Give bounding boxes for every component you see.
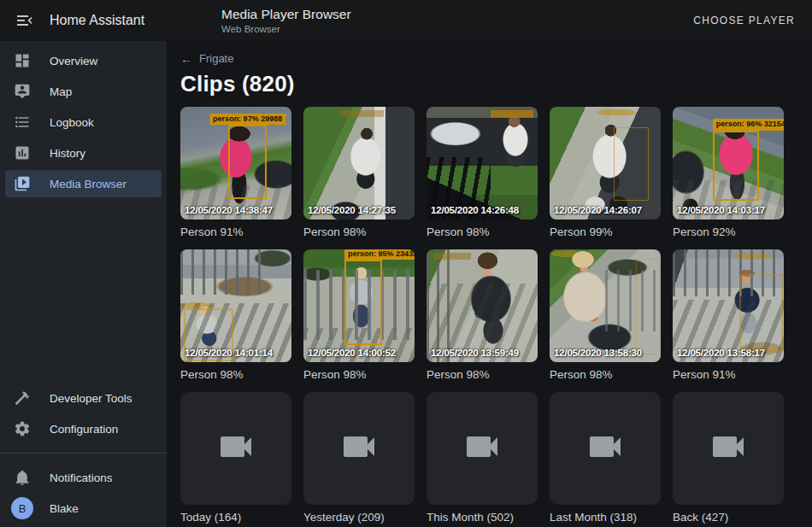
detection-box: person: 95% 23432 bbox=[344, 260, 382, 345]
sidebar-item-label: Overview bbox=[50, 55, 97, 67]
user-name: Blake bbox=[50, 502, 79, 515]
detection-label: person: 95% 23432 bbox=[344, 249, 415, 260]
video-icon bbox=[585, 426, 626, 471]
clip-caption: Person 98% bbox=[303, 367, 415, 382]
hammer-icon bbox=[14, 389, 31, 407]
video-icon bbox=[338, 426, 380, 471]
folder-thumbnail bbox=[673, 392, 784, 505]
sidebar-item-label: Media Browser bbox=[50, 178, 127, 190]
detection-label: person: 96% 32154 bbox=[713, 119, 784, 130]
app-title: Home Assistant bbox=[50, 13, 144, 28]
page-title: Media Player Browser bbox=[221, 6, 351, 22]
clip-timestamp: 12/05/2020 14:26:48 bbox=[431, 205, 519, 215]
folder-card-yesterday[interactable]: Yesterday (209) bbox=[303, 392, 415, 524]
back-arrow-icon: ← bbox=[180, 53, 192, 65]
sidebar-item-label: Configuration bbox=[50, 423, 118, 436]
back-label: Frigate bbox=[199, 52, 233, 65]
sidebar-item-label: History bbox=[50, 147, 85, 160]
clip-card[interactable]: 12/05/2020 13:59:49 Person 98% bbox=[427, 249, 538, 382]
thumb-decor bbox=[605, 270, 661, 332]
clip-card[interactable]: 12/05/2020 14:27:35 Person 98% bbox=[303, 107, 415, 239]
clip-thumbnail: person: 97% 29988 12/05/2020 14:38:47 bbox=[180, 107, 291, 220]
sidebar-item-media-browser[interactable]: Media Browser bbox=[5, 170, 162, 197]
sidebar-item-overview[interactable]: Overview bbox=[5, 47, 162, 74]
choose-player-button[interactable]: CHOOSE PLAYER bbox=[688, 0, 800, 41]
thumb-decor bbox=[180, 249, 261, 295]
clip-caption: Person 92% bbox=[673, 225, 784, 239]
clip-card[interactable]: person: 95% 23432 12/05/2020 14:00:52 Pe… bbox=[303, 249, 415, 382]
sidebar-item-developer-tools[interactable]: Developer Tools bbox=[5, 384, 162, 412]
thumb-decor bbox=[673, 249, 784, 296]
clip-card[interactable]: 12/05/2020 14:26:07 Person 99% bbox=[550, 107, 661, 239]
clip-timestamp: 12/05/2020 14:01:14 bbox=[185, 348, 273, 358]
folder-card-today[interactable]: Today (164) bbox=[180, 392, 291, 524]
detection-box: person: 97% 29988 bbox=[228, 125, 268, 199]
clip-caption: Person 98% bbox=[427, 367, 538, 382]
clip-timestamp: 12/05/2020 13:58:17 bbox=[677, 348, 765, 358]
media-player-header: Media Player Browser Web Browser bbox=[221, 6, 351, 36]
video-icon bbox=[215, 426, 256, 471]
folder-thumbnail bbox=[550, 392, 661, 505]
clip-caption: Person 99% bbox=[550, 225, 661, 239]
clip-caption: Person 91% bbox=[673, 367, 784, 382]
clip-thumbnail: 12/05/2020 14:01:14 bbox=[180, 249, 291, 362]
page-heading: Clips (820) bbox=[180, 71, 798, 97]
clip-caption: Person 98% bbox=[303, 225, 415, 239]
clip-thumbnail: 12/05/2020 13:58:30 bbox=[550, 249, 661, 362]
view-dashboard-icon bbox=[14, 52, 31, 69]
sidebar-item-configuration[interactable]: Configuration bbox=[5, 415, 162, 442]
clip-timestamp: 12/05/2020 14:03:17 bbox=[677, 205, 765, 215]
clip-timestamp: 12/05/2020 14:27:35 bbox=[308, 205, 396, 215]
folder-card-this-month[interactable]: This Month (502) bbox=[427, 392, 538, 524]
folder-thumbnail bbox=[303, 392, 415, 505]
folder-thumbnail bbox=[180, 392, 291, 505]
clip-thumbnail: 12/05/2020 13:58:17 bbox=[673, 249, 784, 362]
sidebar-item-notifications[interactable]: Notifications bbox=[5, 464, 162, 491]
folder-caption: Today (164) bbox=[180, 510, 291, 524]
sidebar-item-map[interactable]: Map bbox=[5, 78, 162, 105]
folder-card-back[interactable]: Back (427) bbox=[673, 392, 784, 524]
clip-thumbnail: 12/05/2020 14:26:07 bbox=[550, 107, 661, 220]
list-bulleted-icon bbox=[14, 114, 31, 131]
clip-timestamp: 12/05/2020 13:59:49 bbox=[431, 348, 519, 358]
clip-timestamp: 12/05/2020 14:26:07 bbox=[554, 205, 642, 215]
sidebar-divider bbox=[0, 453, 167, 454]
sidebar-item-profile[interactable]: B Blake bbox=[5, 495, 162, 522]
clip-caption: Person 98% bbox=[180, 367, 291, 382]
sidebar-item-label: Notifications bbox=[50, 471, 113, 484]
sidebar-item-label: Map bbox=[50, 85, 72, 98]
back-button[interactable]: ← Frigate bbox=[180, 51, 233, 66]
sidebar-item-label: Developer Tools bbox=[50, 392, 132, 405]
sidebar-item-history[interactable]: History bbox=[5, 139, 162, 167]
avatar: B bbox=[11, 497, 33, 519]
folder-card-last-month[interactable]: Last Month (318) bbox=[550, 392, 661, 524]
detection-label: person: 97% 29988 bbox=[209, 114, 285, 125]
clip-thumbnail: person: 95% 23432 12/05/2020 14:00:52 bbox=[303, 249, 415, 362]
sidebar-footer: Developer Tools Configuration Notificati… bbox=[0, 383, 167, 527]
sidebar-toggle-button[interactable] bbox=[14, 10, 34, 31]
sidebar-item-label: Logbook bbox=[50, 116, 94, 129]
thumb-decor bbox=[427, 249, 451, 362]
clip-card[interactable]: 12/05/2020 13:58:30 Person 98% bbox=[550, 249, 661, 382]
clip-thumbnail: person: 96% 32154 12/05/2020 14:03:17 bbox=[673, 107, 784, 220]
sidebar: Overview Map Logbook History Media Brows… bbox=[0, 41, 167, 527]
clip-thumbnail: 12/05/2020 14:26:48 bbox=[427, 107, 538, 220]
media-grid: person: 97% 29988 12/05/2020 14:38:47 Pe… bbox=[180, 107, 798, 524]
video-icon bbox=[708, 426, 749, 471]
clip-card[interactable]: 12/05/2020 14:26:48 Person 98% bbox=[427, 107, 538, 239]
detection-box: person: 96% 32154 bbox=[713, 131, 760, 201]
sidebar-item-logbook[interactable]: Logbook bbox=[5, 108, 162, 136]
clip-card[interactable]: 12/05/2020 13:58:17 Person 91% bbox=[673, 249, 784, 382]
chart-box-icon bbox=[14, 144, 31, 161]
folder-caption: Last Month (318) bbox=[550, 510, 661, 524]
tooltip-account-icon bbox=[14, 83, 31, 100]
bell-icon bbox=[14, 469, 31, 486]
gear-icon bbox=[14, 420, 31, 437]
clip-card[interactable]: person: 96% 32154 12/05/2020 14:03:17 Pe… bbox=[673, 107, 784, 239]
clip-card[interactable]: person: 97% 29988 12/05/2020 14:38:47 Pe… bbox=[180, 107, 291, 239]
clip-caption: Person 98% bbox=[427, 225, 538, 239]
folder-caption: Back (427) bbox=[673, 510, 784, 524]
clip-thumbnail: 12/05/2020 14:27:35 bbox=[303, 107, 415, 220]
clip-card[interactable]: 12/05/2020 14:01:14 Person 98% bbox=[180, 249, 291, 382]
clip-thumbnail: 12/05/2020 13:59:49 bbox=[427, 249, 538, 362]
